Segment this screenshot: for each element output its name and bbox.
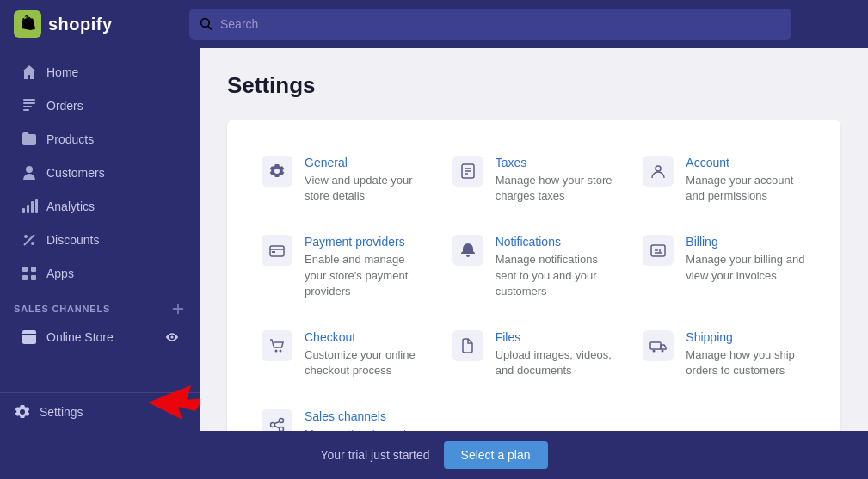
svg-rect-20 (270, 246, 284, 256)
search-input[interactable] (220, 17, 781, 31)
svg-point-27 (653, 349, 656, 352)
svg-rect-12 (22, 275, 28, 280)
shopify-logo-bag (14, 10, 41, 38)
svg-rect-26 (650, 342, 661, 349)
settings-grid: General View and update your store detai… (248, 140, 820, 431)
sidebar-item-analytics[interactable]: Analytics (7, 190, 193, 223)
sidebar-item-apps[interactable]: Apps (7, 257, 193, 290)
select-plan-button[interactable]: Select a plan (444, 441, 548, 469)
analytics-icon (21, 198, 38, 215)
svg-line-33 (275, 427, 280, 428)
svg-rect-4 (22, 208, 25, 213)
settings-item-general[interactable]: General View and update your store detai… (248, 140, 439, 219)
home-icon (21, 64, 38, 81)
online-store-eye-icon (165, 330, 179, 344)
sidebar-item-home[interactable]: Home (7, 56, 193, 89)
notifications-icon (452, 235, 483, 266)
svg-point-25 (280, 349, 282, 352)
discounts-icon (21, 231, 38, 249)
trial-text: Your trial just started (320, 448, 429, 462)
svg-marker-14 (148, 385, 200, 420)
general-icon (262, 156, 292, 187)
settings-item-notifications[interactable]: Notifications Manage notifications sent … (439, 219, 630, 315)
svg-rect-1 (23, 102, 35, 104)
topbar: shopify (0, 0, 868, 48)
sales-channels-header: SALES CHANNELS (0, 291, 200, 320)
logo-area: shopify (14, 10, 169, 38)
svg-line-32 (275, 422, 280, 424)
svg-point-24 (275, 349, 278, 352)
files-icon (452, 330, 483, 361)
settings-item-sales-channels[interactable]: Sales channels Manage the channels you u… (248, 394, 439, 431)
settings-item-files[interactable]: Files Upload images, videos, and documen… (439, 315, 630, 394)
sidebar-item-products[interactable]: Products (7, 123, 193, 156)
settings-gear-icon (14, 403, 31, 421)
orders-icon (21, 97, 38, 114)
settings-item-account[interactable]: Account Manage your account and permissi… (629, 140, 820, 219)
layout: Home Orders Products (0, 48, 868, 431)
svg-rect-22 (272, 251, 275, 253)
apps-icon (21, 265, 38, 282)
taxes-icon (452, 156, 483, 187)
account-icon (643, 156, 674, 187)
add-sales-channel-icon[interactable] (170, 301, 186, 316)
svg-rect-0 (23, 99, 35, 101)
settings-card: General View and update your store detai… (227, 120, 840, 431)
svg-point-29 (271, 423, 275, 427)
svg-rect-2 (23, 106, 32, 107)
sidebar-item-customers[interactable]: Customers (7, 157, 193, 189)
svg-rect-10 (22, 267, 28, 272)
sidebar: Home Orders Products (0, 48, 200, 431)
billing-icon (643, 235, 674, 266)
svg-rect-3 (23, 109, 29, 111)
online-store-icon (21, 329, 38, 346)
main-content: Settings General View and update your st… (200, 48, 868, 431)
svg-point-19 (656, 166, 661, 171)
svg-rect-13 (31, 275, 36, 280)
svg-point-28 (662, 349, 664, 352)
sales-channels-settings-icon (262, 409, 292, 431)
svg-rect-11 (31, 267, 36, 272)
svg-rect-7 (35, 199, 38, 213)
settings-item-checkout[interactable]: Checkout Customize your online checkout … (248, 315, 439, 394)
arrow-indicator (139, 381, 200, 427)
settings-item-payment-providers[interactable]: Payment providers Enable and manage your… (248, 219, 439, 315)
page-title: Settings (227, 72, 840, 99)
search-icon (200, 17, 213, 31)
search-bar[interactable] (189, 9, 791, 40)
svg-point-9 (31, 242, 34, 245)
payment-icon (262, 235, 292, 266)
svg-rect-5 (27, 205, 29, 213)
logo-text: shopify (48, 15, 113, 34)
svg-point-30 (280, 419, 284, 423)
sidebar-item-online-store[interactable]: Online Store (7, 321, 193, 353)
customers-icon (21, 164, 38, 181)
bottom-bar: Your trial just started Select a plan (0, 431, 868, 479)
settings-item-taxes[interactable]: Taxes Manage how your store charges taxe… (439, 140, 630, 219)
sidebar-item-discounts[interactable]: Discounts (7, 224, 193, 256)
sidebar-nav: Home Orders Products (0, 48, 200, 392)
sidebar-settings[interactable]: Settings (0, 392, 200, 431)
svg-rect-6 (31, 201, 34, 213)
sidebar-item-orders[interactable]: Orders (7, 89, 193, 122)
settings-item-billing[interactable]: Billing Manage your billing and view you… (629, 219, 820, 315)
settings-item-shipping[interactable]: Shipping Manage how you ship orders to c… (629, 315, 820, 394)
svg-point-8 (24, 235, 28, 238)
products-icon (21, 131, 38, 148)
checkout-icon (262, 330, 292, 361)
shipping-icon (643, 330, 674, 361)
